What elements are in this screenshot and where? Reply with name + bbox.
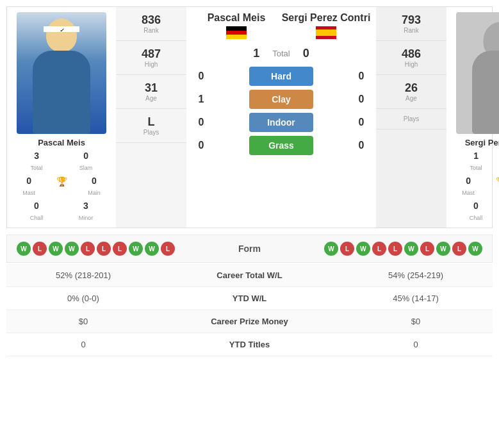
total-row: 1 Total 0 <box>192 47 371 60</box>
main-container: ✓ Pascal Meis 3 Total 0 Slam 0 Mast <box>0 0 499 363</box>
left-stat-minor: 3 Minor <box>79 201 94 222</box>
left-player-photo: ✓ <box>17 12 106 134</box>
right-stat-mast: 0 Mast <box>462 176 475 197</box>
right-player-col: Sergi Perez Contri 1 Total 0 Slam 0 Mast… <box>446 7 499 228</box>
left-form-bubbles: WLWWLLLWWL <box>17 242 175 256</box>
court-row-clay: 1 Clay 0 <box>192 90 371 109</box>
left-plays-stat: L Plays <box>116 109 186 143</box>
left-stat-slam: 0 Slam <box>79 151 93 172</box>
form-bubble-left: L <box>97 242 111 256</box>
left-trophy-icon: 🏆 <box>56 176 67 197</box>
form-bubble-left: L <box>161 242 175 256</box>
career-stat-row-0: 52% (218-201) Career Total W/L 54% (254-… <box>6 264 493 287</box>
form-bubble-right: W <box>436 242 450 256</box>
left-player-col: ✓ Pascal Meis 3 Total 0 Slam 0 Mast <box>7 7 116 228</box>
form-bubble-right: L <box>420 242 434 256</box>
right-header-name: Sergi Perez Contri <box>281 12 371 24</box>
form-label: Form <box>238 244 261 254</box>
nike-logo-icon: ✓ <box>60 28 64 33</box>
right-stat-chall: 0 Chall <box>470 201 483 222</box>
total-left: 1 <box>253 47 259 60</box>
right-player-stats-3: 0 Chall 1 Minor <box>452 201 499 222</box>
left-header-name: Pascal Meis <box>192 12 281 24</box>
right-high-stat: 486 High <box>376 41 446 75</box>
court-right-score: 0 <box>352 140 371 151</box>
form-bubble-right: W <box>404 242 418 256</box>
right-player-stats: 1 Total 0 Slam <box>452 151 499 172</box>
form-bubble-left: W <box>145 242 159 256</box>
left-stat-col: 836 Rank 487 High 31 Age L Plays <box>116 7 186 228</box>
right-body-silhouette <box>472 51 499 134</box>
form-bubble-right: L <box>340 242 354 256</box>
court-right-score: 0 <box>352 117 371 128</box>
total-right: 0 <box>303 47 309 60</box>
career-stat-label-0: Career Total W/L <box>192 270 307 280</box>
court-rows: 0 Hard 0 1 Clay 0 0 Indoor 0 0 Grass 0 <box>192 67 371 159</box>
left-rank-stat: 836 Rank <box>116 7 186 41</box>
court-left-score: 1 <box>192 94 211 105</box>
german-flag-icon <box>226 26 247 39</box>
career-stat-row-3: 0 YTD Titles 0 <box>6 333 493 356</box>
form-bubble-right: W <box>468 242 482 256</box>
career-stat-right-0: 54% (254-219) <box>352 270 480 280</box>
left-stat-main: 0 Main <box>88 176 101 197</box>
total-label: Total <box>272 49 290 58</box>
career-stat-label-1: YTD W/L <box>192 294 307 303</box>
right-plays-stat: Plays <box>376 109 446 129</box>
left-body-silhouette <box>33 51 90 134</box>
court-left-score: 0 <box>192 140 211 151</box>
right-trophy-icon: 🏆 <box>496 176 500 197</box>
player-names-header: Pascal Meis Sergi Perez Contri <box>192 12 371 42</box>
career-stat-row-2: $0 Career Prize Money $0 <box>6 310 493 333</box>
left-head-silhouette <box>46 19 77 52</box>
court-right-score: 0 <box>352 71 371 82</box>
career-stats: 52% (218-201) Career Total W/L 54% (254-… <box>6 264 493 356</box>
form-bubble-left: W <box>17 242 31 256</box>
court-badge-clay: Clay <box>249 90 313 109</box>
right-player-name: Sergi Perez Contri <box>465 138 499 147</box>
right-form-bubbles: WLWLLWLWLW <box>324 242 482 256</box>
left-player-stats: 3 Total 0 Slam <box>12 151 111 172</box>
form-bubble-right: W <box>324 242 338 256</box>
right-stat-total: 1 Total <box>470 151 482 172</box>
form-section: WLWWLLLWWL Form WLWLLWLWLW <box>6 235 493 263</box>
left-high-stat: 487 High <box>116 41 186 75</box>
right-stat-col: 793 Rank 486 High 26 Age Plays <box>376 7 446 228</box>
left-flag <box>192 26 281 39</box>
court-row-grass: 0 Grass 0 <box>192 136 371 155</box>
court-right-score: 0 <box>352 94 371 105</box>
career-stat-right-3: 0 <box>352 340 480 349</box>
form-bubble-left: L <box>81 242 95 256</box>
left-player-stats-2: 0 Mast 🏆 0 Main <box>12 176 111 197</box>
left-stat-mast: 0 Mast <box>22 176 35 197</box>
court-row-indoor: 0 Indoor 0 <box>192 113 371 132</box>
right-age-stat: 26 Age <box>376 75 446 109</box>
form-bubble-left: W <box>65 242 79 256</box>
career-stat-label-2: Career Prize Money <box>192 317 307 326</box>
court-left-score: 0 <box>192 117 211 128</box>
court-left-score: 0 <box>192 71 211 82</box>
form-bubble-left: W <box>49 242 63 256</box>
career-stat-row-1: 0% (0-0) YTD W/L 45% (14-17) <box>6 287 493 310</box>
spanish-flag-icon <box>316 26 336 39</box>
left-stat-chall: 0 Chall <box>30 201 44 222</box>
center-courts-col: Pascal Meis Sergi Perez Contri <box>186 7 376 228</box>
right-flag <box>281 26 371 39</box>
form-bubble-right: L <box>372 242 386 256</box>
left-player-name: Pascal Meis <box>38 138 85 147</box>
career-stat-left-0: 52% (218-201) <box>19 270 147 280</box>
right-rank-stat: 793 Rank <box>376 7 446 41</box>
career-stat-left-3: 0 <box>19 340 147 349</box>
left-player-stats-3: 0 Chall 3 Minor <box>12 201 111 222</box>
right-player-stats-2: 0 Mast 🏆 0 Main <box>452 176 499 197</box>
career-stat-right-2: $0 <box>352 317 480 326</box>
left-player-header: Pascal Meis <box>192 12 281 42</box>
right-player-photo <box>456 12 499 134</box>
comparison-grid: ✓ Pascal Meis 3 Total 0 Slam 0 Mast <box>6 6 493 228</box>
career-stat-left-1: 0% (0-0) <box>19 294 147 303</box>
form-bubble-right: L <box>388 242 402 256</box>
career-stat-left-2: $0 <box>19 317 147 326</box>
court-row-hard: 0 Hard 0 <box>192 67 371 86</box>
left-age-stat: 31 Age <box>116 75 186 109</box>
career-stat-right-1: 45% (14-17) <box>352 294 480 303</box>
